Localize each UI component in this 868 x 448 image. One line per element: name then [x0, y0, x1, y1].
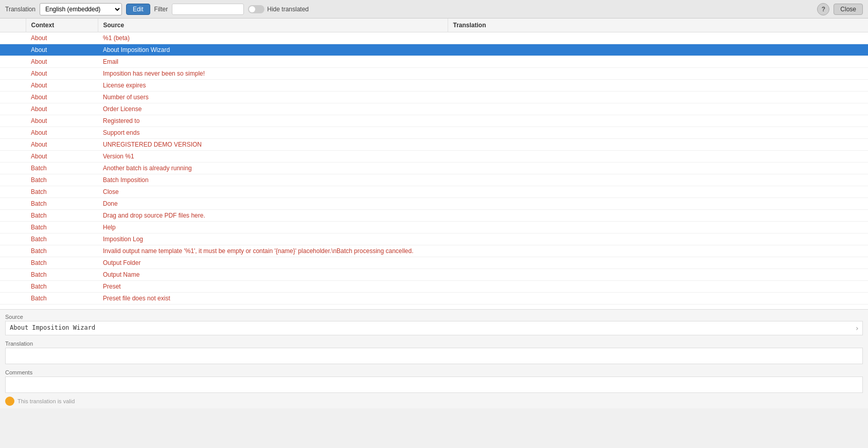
cell-valid	[0, 174, 26, 186]
cell-valid	[0, 293, 26, 304]
source-text: About Imposition Wizard	[10, 324, 95, 331]
translation-section: Translation	[0, 336, 868, 365]
cell-source: Number of users	[98, 92, 448, 103]
edit-button[interactable]: Edit	[126, 4, 150, 15]
table-row[interactable]: AboutImposition has never been so simple…	[0, 68, 868, 80]
col-translation: Translation	[448, 19, 868, 32]
cell-source: Imposition has never been so simple!	[98, 68, 448, 80]
cell-valid	[0, 186, 26, 198]
close-button[interactable]: Close	[834, 4, 863, 15]
cell-translation	[448, 257, 868, 269]
cell-source: Version %1	[98, 151, 448, 163]
table-row[interactable]: About%1 (beta)	[0, 32, 868, 44]
cell-translation	[448, 139, 868, 151]
translation-panel-content[interactable]	[5, 348, 863, 364]
cell-context: Batch	[26, 281, 98, 293]
cell-source: UNREGISTERED DEMO VERSION	[98, 139, 448, 151]
cell-context: About	[26, 115, 98, 127]
cell-context: Batch	[26, 245, 98, 257]
translation-label: Translation	[5, 6, 36, 13]
table-row[interactable]: AboutLicense expires	[0, 80, 868, 92]
cell-valid	[0, 234, 26, 245]
table-row[interactable]: BatchBatch Imposition	[0, 174, 868, 186]
cell-valid	[0, 151, 26, 163]
cell-valid	[0, 32, 26, 44]
cell-translation	[448, 151, 868, 163]
cell-valid	[0, 163, 26, 174]
valid-checkbox[interactable]	[5, 397, 14, 406]
cell-valid	[0, 198, 26, 210]
source-panel-content: About Imposition Wizard ›	[5, 321, 863, 335]
table-row[interactable]: AboutNumber of users	[0, 92, 868, 103]
cell-source: Invalid output name template '%1', it mu…	[98, 245, 448, 257]
cell-translation	[448, 80, 868, 92]
table-row[interactable]: AboutUNREGISTERED DEMO VERSION	[0, 139, 868, 151]
table-row[interactable]: AboutAbout Imposition Wizard	[0, 44, 868, 56]
table-row[interactable]: BatchOutput Folder	[0, 257, 868, 269]
hide-translated-toggle-wrap: Hide translated	[248, 5, 309, 13]
table-row[interactable]: AboutEmail	[0, 56, 868, 68]
table-row[interactable]: BatchDone	[0, 198, 868, 210]
table-row[interactable]: BatchClose	[0, 186, 868, 198]
cell-translation	[448, 68, 868, 80]
table-row[interactable]: BatchDrag and drop source PDF files here…	[0, 210, 868, 222]
cell-valid	[0, 257, 26, 269]
cell-translation	[448, 245, 868, 257]
help-button[interactable]: ?	[817, 3, 829, 15]
cell-source: Registered to	[98, 115, 448, 127]
cell-valid	[0, 115, 26, 127]
cell-valid	[0, 103, 26, 115]
cell-valid	[0, 92, 26, 103]
cell-context: About	[26, 44, 98, 56]
cell-translation	[448, 56, 868, 68]
cell-valid	[0, 56, 26, 68]
cell-source: Batch Imposition	[98, 174, 448, 186]
cell-context: Batch	[26, 269, 98, 281]
comments-panel-content[interactable]	[5, 377, 863, 393]
cell-context: About	[26, 127, 98, 139]
table-row[interactable]: BatchHelp	[0, 222, 868, 234]
cell-translation	[448, 163, 868, 174]
cell-valid	[0, 80, 26, 92]
cell-source: Close	[98, 186, 448, 198]
table-row[interactable]: AboutRegistered to	[0, 115, 868, 127]
cell-source: %1 (beta)	[98, 32, 448, 44]
cell-translation	[448, 222, 868, 234]
cell-context: Batch	[26, 234, 98, 245]
cell-translation	[448, 103, 868, 115]
filter-label: Filter	[154, 6, 168, 13]
hide-translated-toggle[interactable]	[248, 5, 264, 13]
cell-source: Output Name	[98, 269, 448, 281]
cell-source: Preset file does not exist	[98, 293, 448, 304]
cell-context: Batch	[26, 198, 98, 210]
cell-source: Another batch is already running	[98, 163, 448, 174]
bottom-panels: Source About Imposition Wizard › Transla…	[0, 309, 868, 408]
cell-context: About	[26, 92, 98, 103]
cell-context: Batch	[26, 174, 98, 186]
cell-context: About	[26, 103, 98, 115]
cell-context: Batch	[26, 222, 98, 234]
cell-source: License expires	[98, 80, 448, 92]
cell-context: About	[26, 80, 98, 92]
table-row[interactable]: BatchPreset file does not exist	[0, 293, 868, 304]
table-row[interactable]: AboutVersion %1	[0, 151, 868, 163]
cell-translation	[448, 44, 868, 56]
table-row[interactable]: BatchPreset	[0, 281, 868, 293]
language-select[interactable]: English (embedded)	[40, 3, 122, 15]
cell-source: Imposition Log	[98, 234, 448, 245]
translation-table: Context Source Translation About%1 (beta…	[0, 19, 868, 304]
table-row[interactable]: BatchImposition Log	[0, 234, 868, 245]
table-row[interactable]: AboutOrder License	[0, 103, 868, 115]
cell-source: Help	[98, 222, 448, 234]
table-row[interactable]: BatchAnother batch is already running	[0, 163, 868, 174]
table-row[interactable]: BatchInvalid output name template '%1', …	[0, 245, 868, 257]
source-arrow-icon: ›	[855, 324, 859, 332]
cell-valid	[0, 222, 26, 234]
cell-translation	[448, 281, 868, 293]
table-row[interactable]: BatchOutput Name	[0, 269, 868, 281]
cell-source: Order License	[98, 103, 448, 115]
filter-input[interactable]	[172, 4, 244, 15]
table-row[interactable]: AboutSupport ends	[0, 127, 868, 139]
cell-context: Batch	[26, 257, 98, 269]
translation-table-container: Context Source Translation About%1 (beta…	[0, 19, 868, 309]
